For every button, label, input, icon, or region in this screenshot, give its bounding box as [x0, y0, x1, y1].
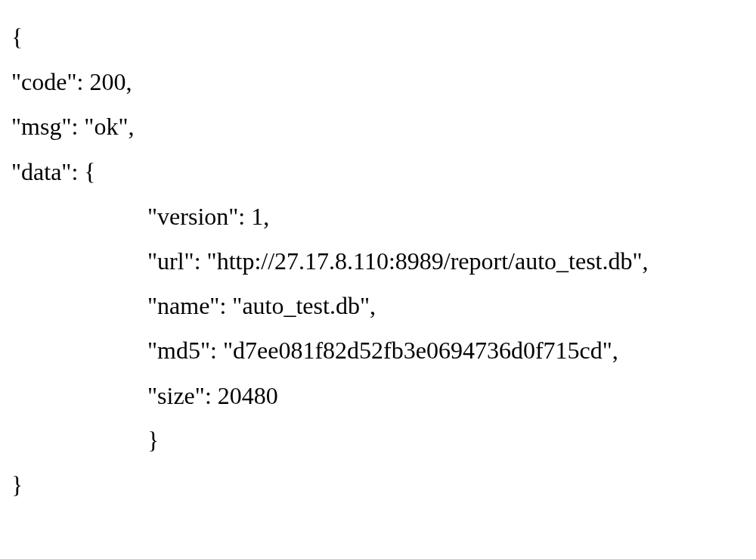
code-line-version: "version": 1, — [11, 194, 745, 239]
code-line-data-close: } — [11, 418, 745, 463]
code-line-url: "url": "http://27.17.8.110:8989/report/a… — [11, 239, 745, 284]
code-line-close-brace: } — [11, 463, 745, 508]
code-line-data-open: "data": { — [11, 150, 745, 194]
code-line-md5: "md5": "d7ee081f82d52fb3e0694736d0f715cd… — [11, 328, 745, 373]
code-line-msg: "msg": "ok", — [11, 104, 745, 149]
code-line-code: "code": 200, — [11, 60, 745, 104]
code-line-size: "size": 20480 — [11, 374, 745, 418]
code-line-open-brace: { — [11, 15, 745, 60]
code-line-name: "name": "auto_test.db", — [11, 284, 745, 328]
